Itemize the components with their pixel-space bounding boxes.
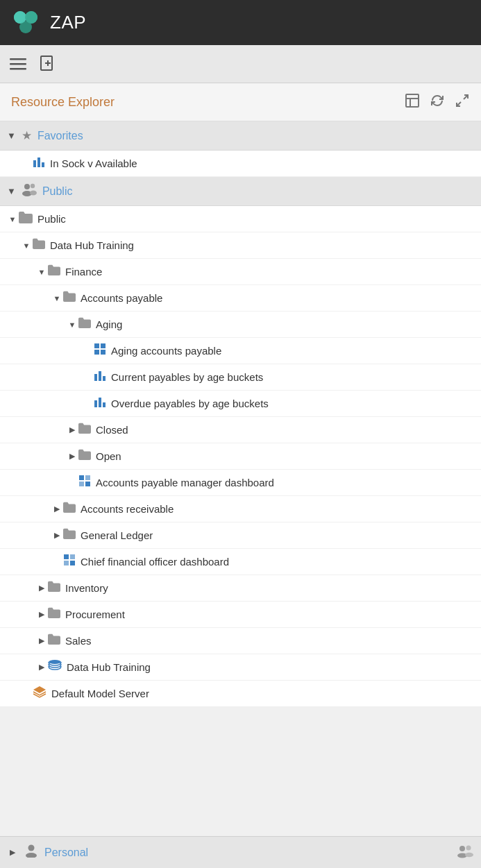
folder-icon <box>78 316 92 332</box>
public-section-header[interactable]: ▼ Public <box>0 177 481 206</box>
personal-person-icon <box>24 844 39 861</box>
svg-rect-34 <box>85 475 90 480</box>
ap-arrow: ▼ <box>51 294 62 303</box>
list-item[interactable]: ▶ Data Hub Training <box>0 654 481 681</box>
spacer <box>51 558 62 566</box>
item-label: Default Model Server <box>51 688 149 699</box>
list-item[interactable]: ▼ Aging <box>0 312 481 338</box>
layers-icon <box>32 685 47 702</box>
svg-rect-23 <box>94 343 99 348</box>
spacer <box>82 400 93 408</box>
svg-rect-16 <box>33 160 36 167</box>
list-item[interactable]: ▶ Procurement <box>0 602 481 628</box>
svg-point-47 <box>466 846 471 851</box>
list-item[interactable]: ▼ Data Hub Training <box>0 232 481 259</box>
svg-point-4 <box>25 11 37 24</box>
svg-rect-32 <box>103 402 106 407</box>
svg-point-41 <box>49 660 61 664</box>
folder-icon <box>62 527 76 543</box>
bar-chart-icon <box>93 395 107 412</box>
list-item[interactable]: Default Model Server <box>0 681 481 707</box>
favorites-star-icon: ★ <box>22 128 32 143</box>
list-item[interactable]: Accounts payable manager dashboard <box>0 470 481 496</box>
top-bar: ZAP <box>0 0 481 45</box>
bar-chart-icon <box>32 155 46 172</box>
app-title: ZAP <box>50 12 86 33</box>
svg-point-21 <box>31 184 35 188</box>
item-label: Procurement <box>65 609 125 620</box>
item-label: Data Hub Training <box>50 239 134 251</box>
menu-icon[interactable] <box>10 56 26 72</box>
spacer <box>21 160 32 168</box>
public-collapse-arrow: ▼ <box>7 186 16 196</box>
panel-title: Resource Explorer <box>11 95 115 110</box>
list-item[interactable]: ▶ Closed <box>0 417 481 443</box>
folder-icon <box>47 264 61 280</box>
list-item[interactable]: ▶ General Ledger <box>0 522 481 549</box>
list-item[interactable]: ▶ Inventory <box>0 575 481 602</box>
svg-rect-30 <box>94 400 97 407</box>
list-item[interactable]: ▼ Public <box>0 206 481 232</box>
collapse-panel-icon[interactable] <box>405 93 420 112</box>
bar-chart-icon <box>93 368 107 386</box>
item-label: Aging accounts payable <box>111 345 221 357</box>
folder-icon <box>62 501 76 517</box>
dht-arrow: ▼ <box>21 241 32 250</box>
svg-rect-29 <box>103 376 106 381</box>
spacer <box>82 347 93 355</box>
refresh-icon[interactable] <box>430 93 445 112</box>
sales-arrow: ▶ <box>36 636 47 645</box>
svg-rect-28 <box>99 371 101 381</box>
tree-area: ▼ ★ Favorites In Sock v Available ▼ Publ… <box>0 121 481 707</box>
personal-label: Personal <box>44 846 88 859</box>
favorites-collapse-arrow: ▼ <box>7 130 16 141</box>
list-item[interactable]: ▼ Finance <box>0 259 481 285</box>
svg-rect-17 <box>37 158 40 167</box>
list-item[interactable]: Chief financial officer dashboard <box>0 549 481 575</box>
list-item[interactable]: In Sock v Available <box>0 151 481 177</box>
svg-rect-38 <box>70 554 75 559</box>
public-folder-arrow: ▼ <box>7 215 18 223</box>
item-label: Closed <box>96 424 128 436</box>
public-people-icon <box>22 182 37 200</box>
folder-icon <box>47 633 61 649</box>
inventory-arrow: ▶ <box>36 584 47 593</box>
svg-point-3 <box>14 11 26 24</box>
list-item[interactable]: ▼ Accounts payable <box>0 285 481 312</box>
folder-icon <box>18 210 33 228</box>
svg-rect-31 <box>99 398 101 407</box>
list-item[interactable]: Current payables by age buckets <box>0 364 481 391</box>
list-item[interactable]: Aging accounts payable <box>0 338 481 364</box>
svg-rect-37 <box>64 554 69 559</box>
personal-group-icon <box>456 844 474 861</box>
list-item[interactable]: ▶ Sales <box>0 628 481 654</box>
svg-point-19 <box>24 184 30 189</box>
list-item[interactable]: ▶ Open <box>0 443 481 470</box>
item-label: Accounts payable <box>81 292 162 304</box>
favorites-section-header[interactable]: ▼ ★ Favorites <box>0 121 481 151</box>
svg-rect-25 <box>94 350 99 355</box>
svg-rect-39 <box>64 561 69 565</box>
item-label: Accounts receivable <box>81 503 174 515</box>
ar-arrow: ▶ <box>51 504 62 513</box>
item-label: Data Hub Training <box>67 661 151 673</box>
list-item[interactable]: Overdue payables by age buckets <box>0 391 481 417</box>
procurement-arrow: ▶ <box>36 610 47 619</box>
folder-icon <box>47 606 61 622</box>
svg-rect-40 <box>70 561 75 565</box>
svg-rect-35 <box>79 482 84 486</box>
list-item[interactable]: ▶ Accounts receivable <box>0 496 481 522</box>
panel-header: Resource Explorer <box>0 83 481 121</box>
toolbar <box>0 45 481 83</box>
fullscreen-icon[interactable] <box>455 93 470 112</box>
svg-point-48 <box>465 853 473 857</box>
item-label: Inventory <box>65 582 108 594</box>
svg-rect-36 <box>85 482 90 486</box>
gl-arrow: ▶ <box>51 531 62 540</box>
item-label: Overdue payables by age buckets <box>111 398 269 409</box>
svg-rect-26 <box>101 350 106 355</box>
new-file-icon[interactable] <box>39 55 57 73</box>
personal-bar[interactable]: ▶ Personal <box>0 836 481 868</box>
folder-icon <box>78 422 92 438</box>
personal-left: ▶ Personal <box>7 844 88 861</box>
